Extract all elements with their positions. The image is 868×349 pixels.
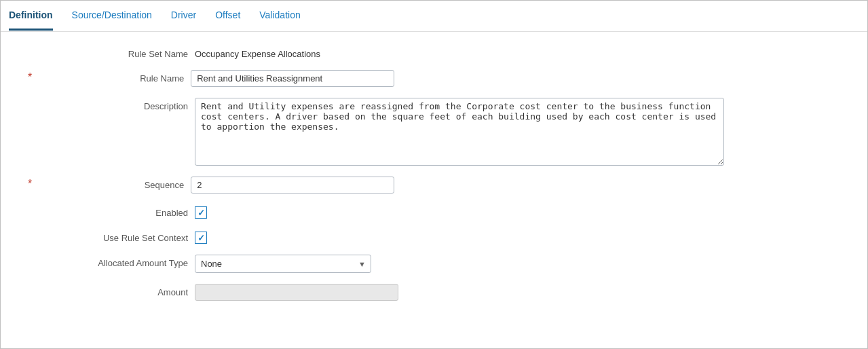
tab-definition[interactable]: Definition bbox=[9, 1, 53, 31]
allocated-amount-type-select-container: None Fixed Percentage ▼ bbox=[195, 255, 371, 273]
use-rule-set-context-row: Use Rule Set Context ✓ bbox=[28, 229, 840, 244]
main-container: Definition Source/Destination Driver Off… bbox=[0, 0, 868, 349]
sequence-label: Sequence bbox=[35, 177, 184, 190]
use-rule-set-context-checkmark: ✓ bbox=[197, 233, 205, 243]
sequence-row: * Sequence bbox=[28, 177, 840, 194]
allocated-amount-type-label: Allocated Amount Type bbox=[39, 255, 188, 268]
form-content: Rule Set Name Occupancy Expense Allocati… bbox=[1, 32, 867, 348]
enabled-checkmark: ✓ bbox=[197, 208, 205, 218]
rule-set-name-label: Rule Set Name bbox=[39, 45, 188, 59]
enabled-checkbox[interactable]: ✓ bbox=[195, 206, 207, 219]
description-row: Description bbox=[28, 98, 840, 166]
rule-name-row: * Rule Name bbox=[28, 70, 840, 87]
allocated-amount-type-row: Allocated Amount Type None Fixed Percent… bbox=[28, 255, 840, 273]
rule-set-name-value: Occupancy Expense Allocations bbox=[195, 45, 320, 59]
description-label: Description bbox=[39, 98, 188, 111]
description-textarea[interactable] bbox=[195, 98, 724, 166]
tab-offset[interactable]: Offset bbox=[215, 1, 240, 31]
enabled-row: Enabled ✓ bbox=[28, 204, 840, 219]
amount-row: Amount bbox=[28, 284, 840, 301]
use-rule-set-context-label: Use Rule Set Context bbox=[39, 229, 188, 243]
sequence-required: * bbox=[28, 177, 32, 189]
use-rule-set-context-checkbox[interactable]: ✓ bbox=[195, 232, 207, 244]
tab-driver[interactable]: Driver bbox=[171, 1, 196, 31]
tab-validation[interactable]: Validation bbox=[259, 1, 300, 31]
amount-label: Amount bbox=[39, 284, 188, 297]
allocated-amount-type-select[interactable]: None Fixed Percentage bbox=[195, 255, 371, 273]
rule-name-label: Rule Name bbox=[35, 70, 184, 84]
enabled-label: Enabled bbox=[39, 204, 188, 218]
rule-name-input[interactable] bbox=[191, 70, 394, 87]
tab-source-destination[interactable]: Source/Destination bbox=[72, 1, 152, 31]
sequence-input[interactable] bbox=[191, 177, 394, 194]
rule-name-required: * bbox=[28, 70, 32, 83]
tab-bar: Definition Source/Destination Driver Off… bbox=[1, 1, 867, 32]
amount-input bbox=[195, 284, 398, 301]
use-rule-set-context-checkbox-container[interactable]: ✓ bbox=[195, 229, 207, 244]
rule-set-name-row: Rule Set Name Occupancy Expense Allocati… bbox=[28, 45, 840, 59]
enabled-checkbox-container[interactable]: ✓ bbox=[195, 204, 207, 219]
